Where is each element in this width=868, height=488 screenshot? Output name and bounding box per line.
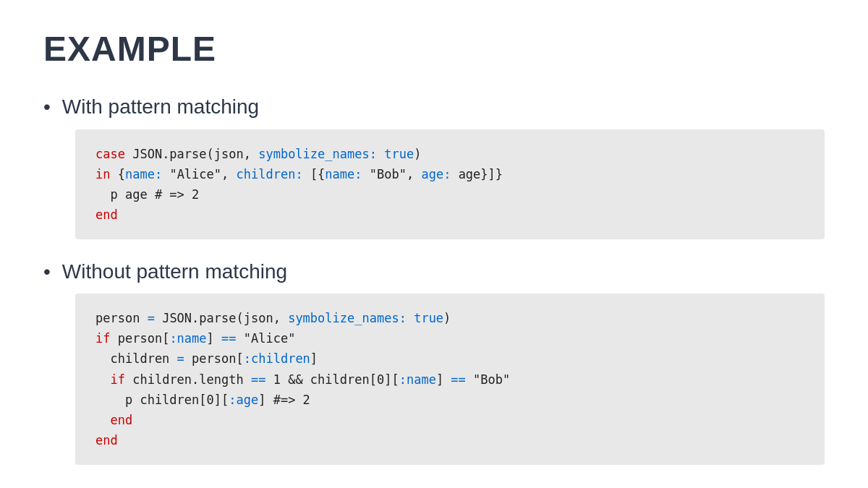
section-without-pattern: • Without pattern matching person = JSON…	[43, 260, 825, 465]
code-block-without-pattern: person = JSON.parse(json, symbolize_name…	[75, 294, 825, 464]
bullet-item-with-pattern: • With pattern matching	[43, 95, 825, 119]
code-content-without-pattern: person = JSON.parse(json, symbolize_name…	[95, 308, 804, 450]
bullet-dot-2: •	[43, 260, 51, 284]
bullet-label-without-pattern: Without pattern matching	[62, 260, 287, 284]
code-block-with-pattern: case JSON.parse(json, symbolize_names: t…	[75, 129, 825, 239]
section-with-pattern: • With pattern matching case JSON.parse(…	[43, 95, 825, 239]
bullet-item-without-pattern: • Without pattern matching	[43, 260, 825, 284]
page-title: EXAMPLE	[43, 29, 825, 69]
bullet-dot: •	[43, 95, 51, 119]
bullet-label-with-pattern: With pattern matching	[62, 95, 259, 119]
code-content-with-pattern: case JSON.parse(json, symbolize_names: t…	[95, 144, 804, 225]
